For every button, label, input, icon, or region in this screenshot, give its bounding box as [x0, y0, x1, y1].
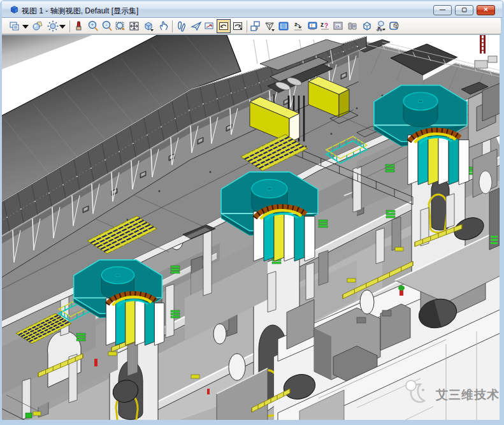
svg-text:z: z — [320, 21, 324, 28]
svg-text:+: + — [90, 22, 94, 28]
svg-text:ck: ck — [336, 24, 340, 28]
svg-text:-: - — [106, 22, 108, 28]
svg-text:?: ? — [324, 22, 328, 29]
svg-text:!: ! — [311, 24, 312, 28]
svg-text:艾三维技术: 艾三维技术 — [435, 388, 500, 401]
